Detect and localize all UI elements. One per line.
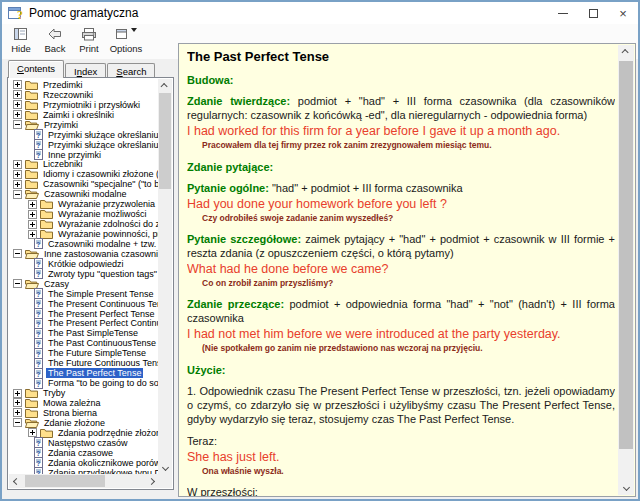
tree-item[interactable]: Mowa zależna	[9, 398, 158, 408]
tree-item[interactable]: Czasy	[9, 279, 158, 289]
scroll-up-button[interactable]	[158, 79, 172, 93]
tree-item[interactable]: Inne zastosowania czasowników m	[9, 249, 158, 259]
tree-item-label[interactable]: Wyrażanie możliwości	[56, 209, 148, 219]
tree-item[interactable]: Liczebniki	[9, 160, 158, 170]
tab-index[interactable]: Index	[65, 63, 106, 78]
print-button[interactable]: Print	[72, 24, 106, 54]
tree-item-label[interactable]: The Past SimpleTense	[46, 328, 140, 338]
expander-icon[interactable]	[13, 279, 22, 288]
back-button[interactable]: Back	[38, 24, 72, 54]
tree-item-label[interactable]: The Present Perfect Continuo	[46, 318, 158, 328]
tree-item[interactable]: Zaimki i określniki	[9, 110, 158, 120]
tree-item-label[interactable]: The Present Perfect Tense	[46, 309, 156, 319]
tree-item-label[interactable]: Rzeczowniki	[41, 90, 95, 100]
expander-icon[interactable]	[13, 190, 22, 199]
expander-icon[interactable]	[28, 220, 37, 229]
tree-item-label[interactable]: Tryby	[41, 388, 67, 398]
scroll-right-button[interactable]	[144, 474, 158, 488]
tree-item-label[interactable]: Przedimki	[41, 80, 85, 90]
expander-icon[interactable]	[13, 398, 22, 407]
expander-icon[interactable]	[13, 110, 22, 119]
tree-item[interactable]: ?Przyimki służące określaniu cza	[9, 130, 158, 140]
tree-item-label[interactable]: Przyimki służące określaniu mie	[46, 140, 158, 150]
tree-item[interactable]: ?Przyimki służące określaniu mie	[9, 140, 158, 150]
tree-item-label[interactable]: Wyrażanie powinności, przymu	[56, 229, 158, 239]
tree-item-label[interactable]: Krótkie odpowiedzi	[46, 259, 126, 269]
expander-icon[interactable]	[13, 90, 22, 99]
tree-item[interactable]: ?The Past Perfect Tense	[9, 368, 158, 378]
tree-item-label[interactable]: Czasy	[42, 279, 71, 289]
tree-vertical-scrollbar[interactable]	[158, 79, 172, 474]
close-button[interactable]: ×	[608, 2, 638, 24]
expander-icon[interactable]	[13, 418, 22, 427]
tree-horizontal-scrollbar[interactable]	[9, 474, 158, 488]
tab-contents[interactable]: Contents	[8, 60, 64, 78]
expander-icon[interactable]	[13, 180, 22, 189]
expander-icon[interactable]	[28, 200, 37, 209]
tree-item-label[interactable]: Zdania okolicznikowe porówn	[46, 458, 158, 468]
tree-item-label[interactable]: Wyrażanie zdolności do zrobie	[56, 219, 158, 229]
tree-item[interactable]: Idiomy i czasowniki złożone ("phra	[9, 169, 158, 179]
scroll-left-button[interactable]	[9, 474, 23, 488]
content-scroll-thumb[interactable]	[619, 61, 633, 449]
tree-scroll-thumb[interactable]	[159, 93, 171, 189]
scroll-down-button[interactable]	[158, 460, 172, 474]
content-scrollbar[interactable]	[618, 45, 634, 495]
tree-item-label[interactable]: Zaimki i określniki	[41, 110, 116, 120]
tree-item-label[interactable]: Przymiotniki i przysłówki	[41, 100, 142, 110]
tree-item[interactable]: ?Inne przyimki	[9, 150, 158, 160]
tree-item-label[interactable]: Zdania podrzędnie złożone	[56, 428, 158, 438]
tree-item[interactable]: Przyimki	[9, 120, 158, 130]
tab-search[interactable]: Search	[107, 63, 155, 78]
tree-item-label[interactable]: The Simple Present Tense	[46, 289, 155, 299]
tree-item-label[interactable]: The Future SimpleTense	[46, 348, 148, 358]
tree-item[interactable]: ?The Future Continuous Tense	[9, 358, 158, 368]
tree-item[interactable]: ?The Present Continuous Tens	[9, 299, 158, 309]
tree-item[interactable]: ?The Simple Present Tense	[9, 289, 158, 299]
tree-item[interactable]: Wyrażanie powinności, przymu	[9, 229, 158, 239]
expander-icon[interactable]	[13, 160, 22, 169]
tree-item-label[interactable]: Forma "to be going to do som	[46, 378, 158, 388]
tree-item-label[interactable]: Czasowniki modalne + tzw. Pe	[46, 239, 158, 249]
expander-icon[interactable]	[13, 100, 22, 109]
expander-icon[interactable]	[13, 389, 22, 398]
tree-item[interactable]: Strona bierna	[9, 408, 158, 418]
tree-item[interactable]: ?Następstwo czasów	[9, 438, 158, 448]
maximize-button[interactable]	[578, 2, 608, 24]
tree-item[interactable]: ?The Present Perfect Continuo	[9, 319, 158, 329]
tree-item[interactable]: Wyrażanie przyzwolenia	[9, 199, 158, 209]
tree-item-label[interactable]: Przyimki	[42, 120, 80, 130]
tree-item-label[interactable]: Inne zastosowania czasowników m	[42, 249, 158, 259]
tree-item-label[interactable]: Inne przyimki	[46, 150, 103, 160]
tree-item[interactable]: Czasowniki modalne	[9, 189, 158, 199]
tree-item[interactable]: ?The Past SimpleTense	[9, 328, 158, 338]
tree-item[interactable]: ?The Past ContinuousTense	[9, 338, 158, 348]
tree-hscroll-thumb[interactable]	[25, 475, 105, 487]
expander-icon[interactable]	[13, 408, 22, 417]
tree-item-label[interactable]: The Past ContinuousTense	[46, 338, 158, 348]
tree-item-label[interactable]: Czasowniki "specjalne" ("to be", "	[41, 179, 158, 189]
expander-icon[interactable]	[28, 230, 37, 239]
tree-item[interactable]: ?Zdania czasowe	[9, 448, 158, 458]
tree-item[interactable]: ?Zdania okolicznikowe porówn	[9, 458, 158, 468]
tree-item-label[interactable]: Czasowniki modalne	[42, 189, 129, 199]
tree-item[interactable]: ?Zwroty typu "question tags"	[9, 269, 158, 279]
tree-item[interactable]: Wyrażanie zdolności do zrobie	[9, 219, 158, 229]
tree-item-label[interactable]: Wyrażanie przyzwolenia	[56, 199, 157, 209]
tree-item[interactable]: Wyrażanie możliwości	[9, 209, 158, 219]
tree-item[interactable]: ?Krótkie odpowiedzi	[9, 259, 158, 269]
expander-icon[interactable]	[28, 210, 37, 219]
tree-item[interactable]: ?The Present Perfect Tense	[9, 309, 158, 319]
expander-icon[interactable]	[13, 249, 22, 258]
tree-item[interactable]: ?Forma "to be going to do som	[9, 378, 158, 388]
tree-item-label[interactable]: Mowa zależna	[41, 398, 103, 408]
content-scroll-down-button[interactable]	[618, 480, 634, 495]
tree-item[interactable]: Przedimki	[9, 80, 158, 90]
tree-item-label[interactable]: Zdanie złożone	[42, 418, 107, 428]
tree-item[interactable]: Przymiotniki i przysłówki	[9, 100, 158, 110]
tree-item-label[interactable]: The Present Continuous Tens	[46, 299, 158, 309]
tree-item-label[interactable]: Strona bierna	[41, 408, 99, 418]
tree-item[interactable]: Zdania podrzędnie złożone	[9, 428, 158, 438]
minimize-button[interactable]	[548, 2, 578, 24]
tree-item-label[interactable]: Zdania czasowe	[46, 448, 115, 458]
